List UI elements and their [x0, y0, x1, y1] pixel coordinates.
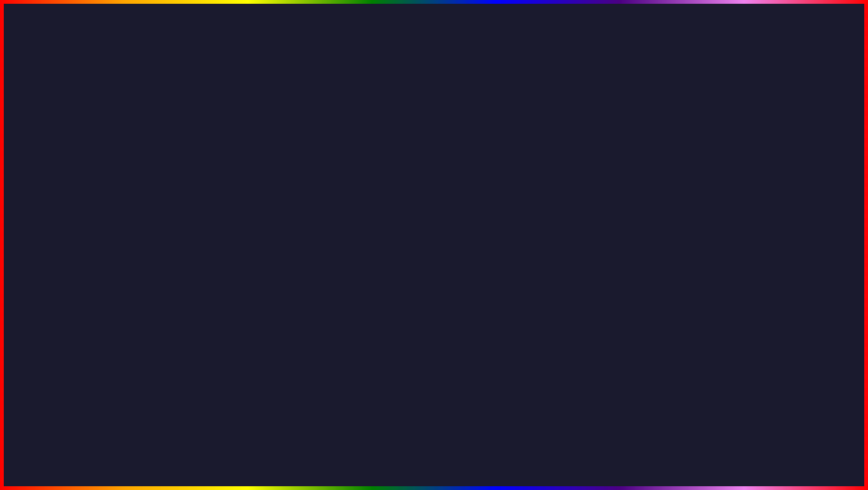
right-left-col: ⚓ Race ⚓ Mirage Island : Auto Safe [ Cyb… — [400, 134, 560, 251]
teleport-job-id-btn[interactable]: teleport [ Job id ] — [563, 144, 644, 151]
auto-safe-cyborg-row-right: Auto Safe [ Cyborg ] — [400, 152, 560, 159]
bottom-script: SCRIPT — [402, 433, 550, 479]
left-col: 🌕 Full Mon 🌕 🪙: 3/5 50% ⚓ Main ⚓ Hours :… — [87, 134, 167, 241]
auto-up-stats-btn[interactable]: Auto Up [ Stats ] — [170, 167, 250, 176]
gay-locker-row: Gay - locker : 50 — [87, 180, 167, 187]
gay-locker-label: Gay - locker : 50 — [87, 181, 119, 186]
race-v4-human-btn[interactable]: Race v4 [ Human ] — [563, 234, 644, 241]
coin-count-label: 🪙: 3/5 50% — [87, 146, 111, 151]
right-panel-header: Under x Hub 01 Wednesday February 2023 T… — [400, 125, 644, 133]
auto-super-human-row: Auto Super Human [ Sea2 ] — [400, 196, 560, 203]
left-panel-body: 🌕 Full Mon 🌕 🪙: 3/5 50% ⚓ Main ⚓ Hours :… — [87, 134, 250, 241]
clear-list-select-boss-btn[interactable]: Clear list [ Select Boss ] — [170, 197, 250, 205]
right-panel-body: ⚓ Race ⚓ Mirage Island : Auto Safe [ Cyb… — [400, 134, 644, 251]
right-divider-2 — [563, 167, 644, 167]
mirage-island-label-right: Mirage Island : — [400, 146, 560, 151]
select-boss-folder[interactable]: 📁 — [219, 191, 225, 196]
main-section: ⚓ Main ⚓ — [87, 156, 167, 165]
auto-tp-temple-btn[interactable]: Auto TP [ Temple ] — [400, 166, 560, 174]
left-tab-icon: 🖥 — [89, 245, 95, 252]
x-logo-stars-row: ★★★★★ — [749, 445, 823, 454]
left-tab-bar: 🖥 General-Tab — [87, 243, 250, 254]
slider-container[interactable] — [87, 188, 167, 191]
right-general-tab-btn[interactable]: General-Tab — [409, 254, 442, 262]
race-v4-skypeian-btn[interactable]: Race v4 [ Skypeian ] — [563, 200, 644, 207]
left-panel-header: Under x Hub 01 Wednesday February 2023 T… — [87, 125, 250, 133]
hours-row: Hours : 0 Minutes : 3 Seconds : 28 — [87, 167, 167, 174]
x-logo-fruits: FRUITS — [749, 424, 823, 445]
select-weapon-folder[interactable]: 📁 — [214, 145, 220, 151]
x-logo-text: X — [779, 383, 809, 424]
auto-farm-level-checkbox[interactable] — [162, 193, 167, 199]
auto-farm-select-boss-btn[interactable]: Auto Farm [ Select Boss ] — [170, 205, 250, 214]
mirage-island-row-right: Mirage Island : — [400, 145, 560, 152]
race-v4-cyborg-btn[interactable]: Race v4 [ Cyborg ] — [563, 225, 644, 233]
race-v4-mink-btn[interactable]: Race v4 [ Mink ] — [563, 191, 644, 199]
right-tab-icon: 🖥 — [401, 254, 407, 262]
coin-count-row: 🪙: 3/5 50% — [87, 145, 167, 152]
auto-shark-man-label: Auto Shark man [ Sea2 ] — [400, 211, 560, 216]
divider-1 — [87, 154, 167, 154]
right-right-col: Job id ] teleport [ Job id ] Job id Race… — [563, 134, 644, 251]
auto-open-door-label: Auto Open [ Door ] — [400, 160, 560, 165]
auto-farm-all-boss-btn[interactable]: Auto Farm [ All Boss ] — [170, 215, 250, 223]
race-v4-god-btn[interactable]: Race v4 [ God ] — [563, 242, 644, 250]
select-boss-row: Select Boss [To Farm] : nil 📁 — [170, 191, 250, 196]
x-logo-x: ⭐ X — [749, 383, 823, 424]
auto-open-door-row: Auto Open [ Door ] — [400, 159, 560, 165]
right-panel: Under x Hub 01 Wednesday February 2023 T… — [396, 121, 648, 267]
select-stats-folder[interactable]: 📁 — [208, 151, 214, 157]
right-tab-bar: 🖥 General-Tab — [400, 253, 644, 263]
auto-super-human-label: Auto Super Human [ Sea2 ] — [400, 197, 560, 202]
divider-2 — [87, 215, 167, 215]
slider-fill — [87, 188, 135, 191]
slider-track — [87, 188, 167, 191]
divider-3 — [170, 178, 250, 178]
auto-dragon-talon-row: Auto Dragon Talon [ Sea3 ] — [400, 223, 560, 230]
auto-pirate-raid-row: Auto Pirate [ Raid ] — [87, 206, 167, 213]
combat-section: ⚔ Combat ⚔ — [400, 186, 560, 195]
title-blox: BLOX — [200, 13, 390, 96]
auto-shark-man-row: Auto Shark man [ Sea2 ] — [400, 210, 560, 217]
auto-death-step-label: Auto Death Step [ Sea2 ] — [400, 204, 560, 209]
select-weapon-row: Select Weapon : Melee 📁 — [170, 145, 250, 151]
auto-safe-cyborg-label-right: Auto Safe [ Cyborg ] — [400, 153, 560, 158]
bottom-section: AUTO FARM SCRIPT PASTEBIN — [0, 424, 868, 481]
stats-section: 💜 Stats 💜 — [170, 134, 250, 143]
mirage-island-label: Mirage Island : ✗ — [87, 229, 167, 234]
auto-active-racev4-label: Auto Active [ RaceV4 ] — [87, 200, 167, 205]
auto-dragon-talon-label: Auto Dragon Talon [ Sea3 ] — [400, 224, 560, 229]
bottom-pastebin: PASTEBIN — [557, 433, 758, 479]
paste-here-input[interactable] — [563, 158, 644, 165]
title-section: BLOX FRUITS — [0, 13, 868, 96]
race-v4-ghoul-btn[interactable]: Race v4 [ Ghoul ] — [563, 217, 644, 224]
auto-death-step-row: Auto Death Step [ Sea2 ] — [400, 203, 560, 210]
auto-safe-cyborg-label: Auto Safe [ Cyborg ] — [87, 236, 167, 241]
auto-electric-claw-row: Auto Electric Claw [ Sea3 ] — [400, 217, 560, 223]
race-v4-fishman-btn[interactable]: Race v4 [ Fishman ] — [563, 208, 644, 216]
auto-hop-all-boss-btn[interactable]: Auto Hop [ All Boss ] — [170, 224, 250, 233]
auto-farm-level-label: Auto Farm [ Level ] — [87, 194, 162, 199]
mirage-island-row: Mirage Island : ✗ — [87, 228, 167, 235]
x-fruits-logo: ⭐ X FRUITS ★★★★★ — [749, 383, 823, 454]
select-boss-label: Select Boss [To Farm] : nil — [170, 191, 217, 196]
full-moon-section: 🌕 Full Mon 🌕 — [87, 134, 167, 143]
auto-pirate-raid-label: Auto Pirate [ Raid ] — [87, 207, 167, 212]
race-v4-btn[interactable]: Race v4 — [563, 169, 644, 178]
welcome-label: Welcome To Under Hub Scripts — [87, 174, 147, 179]
select-stats-label: Select Stats : Melee — [170, 152, 206, 156]
right-divider-1 — [400, 183, 560, 184]
auto-up-statskaituns-btn[interactable]: Auto Up [ StatsKaituns ] — [170, 158, 250, 166]
left-general-tab-btn[interactable]: General-Tab — [97, 245, 129, 252]
boss-section: 🔥 Boss 🔥 — [170, 180, 250, 189]
slider-thumb — [134, 187, 138, 192]
job-id-btn[interactable]: Job id ] — [563, 135, 644, 143]
auto-safe-cyborg-row: Auto Safe [ Cyborg ] — [87, 235, 167, 241]
big-buddha-btn[interactable]: Big [ Buddha ] — [563, 178, 644, 187]
auto-active-racev4-row: Auto Active [ RaceV4 ] — [87, 200, 167, 206]
right-divider-3 — [563, 189, 644, 189]
select-stats-row: Select Stats : Melee 📁 — [170, 151, 250, 157]
right-col: 💜 Stats 💜 Select Weapon : Melee 📁 Select… — [170, 134, 250, 241]
auto-find-full-moon-row: Auto Find [ Full Moon ] — [400, 175, 560, 182]
bottom-auto-farm: AUTO FARM — [110, 424, 391, 481]
